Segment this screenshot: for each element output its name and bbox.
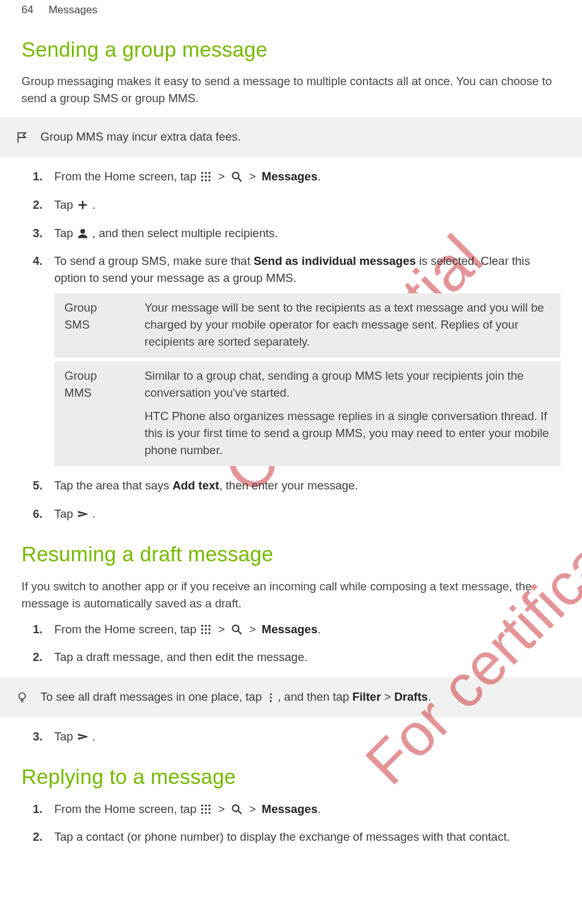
step-item: Tap , and then select multiple recipient…: [54, 225, 561, 242]
svg-point-21: [205, 632, 207, 634]
tip-text: To see all draft messages in one place, …: [40, 689, 431, 706]
svg-point-5: [208, 175, 210, 177]
svg-point-8: [208, 179, 210, 181]
steps-list: From the Home screen, tap > > Messages. …: [21, 168, 561, 523]
step-text: .: [318, 170, 321, 183]
search-icon: [230, 170, 243, 183]
step-text: , and then select multiple recipients.: [92, 226, 278, 240]
page-section: Messages: [49, 3, 97, 18]
tip-segment: , and then tap: [278, 690, 352, 703]
tip-segment: To see all draft messages in one place, …: [40, 690, 265, 703]
step-item: Tap a contact (or phone number) to displ…: [54, 829, 561, 846]
step-text: Tap the area that says: [54, 479, 172, 492]
page-number: 64: [21, 3, 33, 18]
section-title: Sending a group message: [21, 35, 561, 65]
step-text: .: [92, 507, 95, 520]
svg-point-38: [205, 812, 207, 814]
svg-point-17: [201, 628, 203, 630]
step-text: To send a group SMS, make sure that: [54, 254, 254, 267]
search-icon: [230, 623, 243, 636]
svg-point-7: [205, 179, 207, 181]
steps-list: From the Home screen, tap > > Messages. …: [21, 801, 561, 846]
svg-point-36: [208, 808, 210, 810]
svg-point-4: [205, 175, 207, 177]
tip-segment: >: [381, 690, 394, 703]
step-text: Tap: [54, 730, 76, 743]
step-text: From the Home screen, tap: [54, 170, 199, 183]
chevron: >: [218, 170, 228, 183]
step-item: Tap .: [54, 728, 561, 746]
step-text: , then enter your message.: [219, 479, 358, 492]
step-text: .: [92, 730, 95, 743]
drafts-label: Drafts: [394, 690, 427, 703]
svg-point-14: [201, 624, 203, 626]
table-term: Group MMS: [54, 360, 134, 466]
flag-icon: [15, 131, 29, 144]
send-individual-label: Send as individual messages: [254, 254, 416, 267]
svg-point-2: [208, 172, 210, 173]
svg-point-29: [270, 697, 271, 699]
svg-line-41: [239, 810, 242, 814]
svg-point-19: [208, 628, 210, 630]
chevron: >: [249, 170, 259, 183]
info-box: Group MMS may incur extra data fees.: [0, 117, 582, 157]
lightbulb-icon: [15, 691, 29, 705]
messages-label: Messages: [262, 623, 318, 636]
table-row: Group SMS Your message will be sent to t…: [54, 293, 561, 360]
messages-label: Messages: [262, 802, 318, 816]
svg-point-25: [19, 693, 25, 699]
section-title: Replying to a message: [21, 762, 561, 792]
step-item: Tap .: [54, 506, 561, 523]
step-text: Tap a contact (or phone number) to displ…: [54, 830, 510, 843]
svg-point-15: [205, 624, 207, 626]
messages-label: Messages: [262, 170, 318, 183]
search-icon: [230, 803, 243, 816]
svg-point-33: [208, 804, 210, 806]
step-text: .: [92, 198, 95, 211]
apps-grid-icon: [199, 803, 212, 816]
step-item: From the Home screen, tap > > Messages.: [54, 168, 561, 185]
apps-grid-icon: [199, 170, 212, 183]
svg-point-9: [233, 172, 239, 178]
svg-point-37: [201, 812, 203, 814]
step-item: Tap .: [54, 197, 561, 214]
steps-list: From the Home screen, tap > > Messages. …: [21, 621, 561, 667]
svg-point-40: [233, 805, 239, 811]
add-text-label: Add text: [172, 479, 219, 492]
step-text: Tap: [54, 198, 76, 211]
page-header: 64 Messages: [0, 0, 582, 18]
step-item: Tap the area that says Add text, then en…: [54, 477, 561, 494]
info-text: Group MMS may incur extra data fees.: [40, 129, 241, 146]
svg-point-6: [201, 179, 203, 181]
chevron: >: [218, 623, 228, 636]
svg-line-24: [239, 631, 242, 634]
apps-grid-icon: [199, 623, 212, 636]
step-item: Tap a draft message, and then edit the m…: [54, 649, 561, 666]
table-desc-p: Similar to a group chat, sending a group…: [145, 368, 550, 402]
svg-point-35: [205, 808, 207, 810]
svg-point-28: [270, 693, 271, 695]
filter-label: Filter: [352, 690, 381, 703]
svg-point-1: [205, 172, 207, 173]
group-table: Group SMS Your message will be sent to t…: [54, 293, 561, 467]
chevron: >: [249, 802, 259, 816]
step-item: To send a group SMS, make sure that Send…: [54, 253, 561, 466]
svg-point-13: [80, 228, 85, 233]
step-text: .: [318, 623, 321, 636]
send-icon: [76, 730, 89, 743]
svg-point-16: [208, 624, 210, 626]
overflow-menu-icon: [265, 691, 278, 704]
step-text: Tap: [54, 226, 76, 240]
svg-point-30: [270, 700, 271, 702]
step-text: Tap a draft message, and then edit the m…: [54, 650, 307, 664]
svg-point-31: [201, 804, 203, 806]
step-text: From the Home screen, tap: [54, 802, 199, 816]
step-item: From the Home screen, tap > > Messages.: [54, 621, 561, 638]
steps-list: Tap .: [21, 728, 561, 746]
svg-point-32: [205, 804, 207, 806]
intro-text: If you switch to another app or if you r…: [21, 578, 561, 612]
tip-segment: .: [428, 690, 431, 703]
svg-point-20: [201, 632, 203, 634]
table-desc-p: HTC Phone also organizes message replies…: [145, 408, 550, 459]
step-item: From the Home screen, tap > > Messages.: [54, 801, 561, 818]
